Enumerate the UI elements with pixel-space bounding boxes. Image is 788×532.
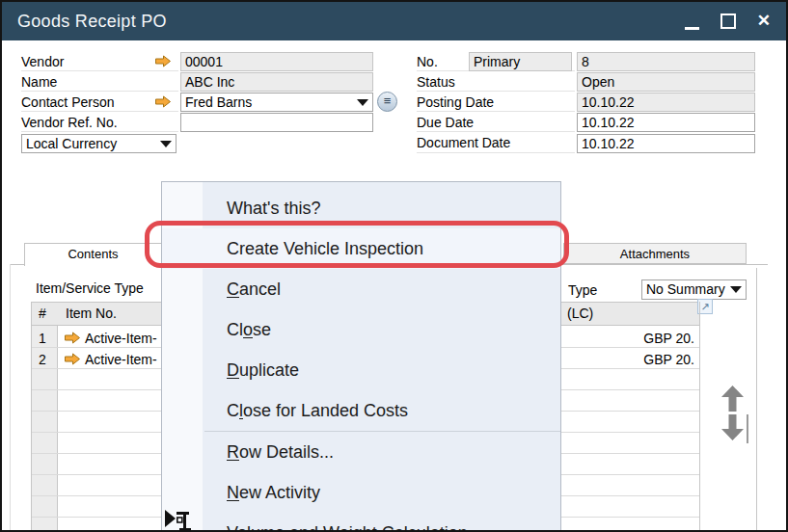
name-label: Name: [21, 74, 57, 90]
context-menu-button[interactable]: ≡: [377, 92, 397, 112]
name-field[interactable]: ABC Inc: [180, 72, 373, 92]
divider: [417, 131, 575, 132]
menu-item-duplicate[interactable]: Duplicate: [162, 350, 560, 390]
col-header-item-no: Item No.: [66, 306, 117, 321]
currency-value: Local Currency: [26, 136, 117, 151]
cursor-icon: [163, 507, 196, 532]
total-lc-cell[interactable]: GBP 20.: [581, 331, 694, 346]
menu-item-label: Create Vehicle Inspection: [227, 239, 423, 258]
menu-item-volume-weight-calculation[interactable]: Volume and Weight Calculation: [162, 513, 560, 532]
menu-item-close[interactable]: Close: [162, 309, 560, 350]
menu-item-label: What's this?: [227, 199, 320, 218]
link-arrow-icon[interactable]: [64, 353, 81, 365]
chevron-down-icon[interactable]: [160, 141, 172, 147]
divider: [417, 91, 575, 92]
window-titlebar: Goods Receipt PO ✕: [2, 2, 786, 40]
divider: [21, 70, 178, 71]
no-series-field[interactable]: Primary: [469, 52, 572, 71]
menu-item-row-details[interactable]: Row Details...: [162, 432, 560, 472]
status-field[interactable]: Open: [577, 72, 755, 92]
summary-type-dropdown[interactable]: No Summary: [641, 279, 747, 300]
row-number: 2: [39, 352, 46, 367]
due-date-field[interactable]: 10.10.22: [577, 113, 755, 132]
goods-receipt-po-window: Goods Receipt PO ✕ Vendor 00001 Name ABC…: [0, 0, 788, 532]
col-header-total-lc: (LC): [567, 306, 593, 321]
menu-item-label: C: [227, 401, 239, 420]
menu-item-new-activity[interactable]: New Activity: [162, 472, 560, 513]
divider: [417, 152, 575, 153]
divider: [21, 111, 178, 112]
tab-contents[interactable]: Contents: [24, 243, 162, 266]
menu-item-create-vehicle-inspection[interactable]: Create Vehicle Inspection: [162, 228, 560, 269]
col-header-num: #: [39, 306, 46, 321]
window-title: Goods Receipt PO: [17, 2, 167, 40]
close-icon[interactable]: ✕: [757, 2, 771, 40]
window-controls: ✕: [685, 2, 771, 40]
contact-person-dropdown[interactable]: Fred Barns: [180, 93, 373, 112]
currency-dropdown[interactable]: Local Currency: [21, 134, 177, 153]
no-label: No.: [417, 54, 438, 69]
scroll-line: [747, 414, 748, 443]
contact-person-value: Fred Barns: [185, 94, 252, 110]
menu-item-whats-this[interactable]: What's this?: [162, 188, 560, 228]
vendor-ref-field[interactable]: [180, 113, 373, 132]
status-label: Status: [417, 74, 455, 90]
grid-line: [31, 302, 32, 532]
due-date-label: Due Date: [417, 115, 474, 130]
no-number-field[interactable]: 8: [577, 52, 755, 71]
vendor-ref-label: Vendor Ref. No.: [21, 115, 118, 130]
grid-line: [756, 268, 757, 532]
summary-type-value: No Summary: [646, 281, 725, 297]
divider: [417, 111, 575, 112]
menu-item-cancel[interactable]: Cancel: [162, 269, 560, 309]
tab-attachments[interactable]: Attachments: [563, 243, 747, 264]
vendor-label: Vendor: [21, 54, 64, 69]
posting-date-field[interactable]: 10.10.22: [577, 93, 755, 112]
move-row-down-icon[interactable]: [721, 414, 744, 440]
posting-date-label: Posting Date: [417, 94, 494, 110]
chevron-down-icon[interactable]: [730, 286, 742, 293]
maximize-icon[interactable]: [720, 13, 736, 29]
item-no-cell[interactable]: Active-Item-: [85, 352, 157, 367]
link-arrow-icon[interactable]: [64, 332, 81, 344]
item-no-cell[interactable]: Active-Item-: [85, 331, 157, 346]
document-date-field[interactable]: 10.10.22: [577, 134, 755, 153]
menu-item-close-for-landed-costs[interactable]: Close for Landed Costs: [162, 390, 560, 431]
grid-line: [699, 302, 700, 532]
total-lc-cell[interactable]: GBP 20.: [581, 352, 694, 367]
move-row-up-icon[interactable]: [721, 386, 744, 412]
type-label: Type: [568, 282, 597, 298]
chevron-down-icon[interactable]: [357, 99, 368, 106]
divider: [21, 91, 178, 92]
panel-border: [10, 264, 11, 532]
link-arrow-icon[interactable]: [154, 95, 172, 108]
document-date-label: Document Date: [417, 135, 510, 150]
minimize-icon[interactable]: [685, 27, 699, 30]
divider: [21, 131, 178, 132]
item-service-type-label: Item/Service Type: [36, 280, 144, 296]
context-menu: What's this? Create Vehicle Inspection C…: [161, 181, 561, 532]
vendor-field[interactable]: 00001: [180, 52, 373, 71]
contact-person-label: Contact Person: [21, 94, 115, 110]
link-arrow-icon[interactable]: [154, 55, 172, 67]
row-number: 1: [39, 331, 46, 346]
menu-item-label: Cl: [227, 320, 243, 339]
